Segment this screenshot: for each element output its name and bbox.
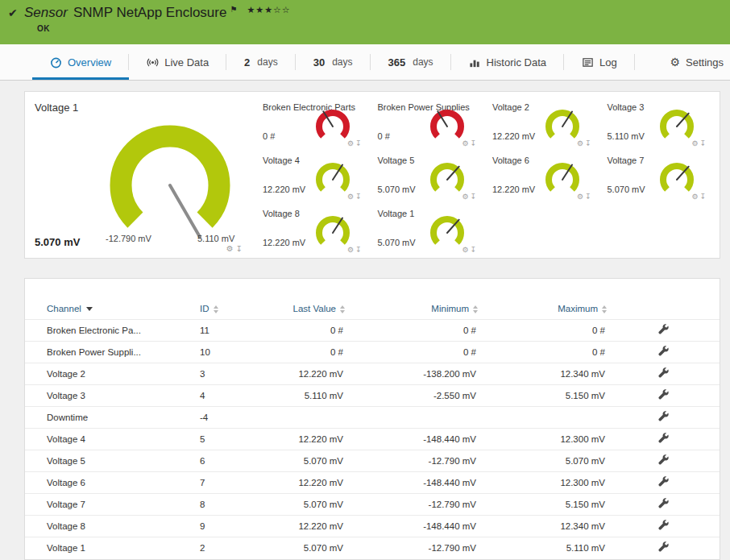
channel-row[interactable]: Voltage 7 8 5.070 mV -12.790 mV 5.150 mV bbox=[25, 493, 720, 515]
cell-channel: Voltage 3 bbox=[25, 384, 200, 406]
col-header-maximum[interactable]: Maximum bbox=[478, 298, 607, 319]
gauge-tile[interactable]: Voltage 3 5.110 mV ⚙↧ bbox=[599, 96, 715, 149]
channel-row[interactable]: Voltage 4 5 12.220 mV -148.440 mV 12.300… bbox=[25, 428, 720, 450]
cell-last-value: 0 # bbox=[280, 341, 345, 363]
channel-row[interactable]: Voltage 1 2 5.070 mV -12.790 mV 5.110 mV bbox=[25, 537, 720, 558]
gauge-gear-icon[interactable]: ⚙ bbox=[462, 246, 470, 254]
gauge-tile[interactable]: Broken Power Supplies 0 # ⚙↧ bbox=[370, 96, 485, 149]
gauge-gear-icon[interactable]: ⚙ bbox=[347, 246, 355, 254]
channel-row[interactable]: Broken Power Suppli... 10 0 # 0 # 0 # bbox=[25, 341, 720, 363]
channel-row[interactable]: Downtime -4 bbox=[25, 406, 720, 428]
gauge-tile[interactable]: Voltage 1 5.070 mV ⚙↧ bbox=[370, 202, 485, 255]
cell-id: 6 bbox=[200, 450, 280, 471]
cell-minimum: -148.440 mV bbox=[345, 515, 478, 537]
gauge-gear-icon[interactable]: ⚙ bbox=[347, 193, 355, 201]
gauge-download-icon[interactable]: ↧ bbox=[470, 139, 478, 147]
gauge-tile[interactable]: Voltage 5 5.070 mV ⚙↧ bbox=[370, 149, 485, 202]
channel-row[interactable]: Voltage 6 7 12.220 mV -148.440 mV 12.300… bbox=[25, 471, 720, 493]
cell-channel: Broken Electronic Pa... bbox=[25, 319, 200, 341]
gauge-gear-icon[interactable]: ⚙ bbox=[577, 193, 585, 201]
cell-minimum: -148.440 mV bbox=[345, 471, 478, 493]
cell-id: 4 bbox=[200, 384, 280, 406]
tab-label: days bbox=[332, 56, 352, 68]
gauge-download-icon[interactable]: ↧ bbox=[585, 139, 593, 147]
col-label: Channel bbox=[47, 304, 81, 313]
channel-settings-icon[interactable] bbox=[658, 498, 669, 508]
gauge-download-icon[interactable]: ↧ bbox=[470, 246, 478, 254]
tab-settings[interactable]: ⚙ Settings bbox=[652, 44, 730, 80]
gauge-value: 5.110 mV bbox=[608, 131, 645, 141]
gauge-download-icon[interactable]: ↧ bbox=[470, 193, 478, 201]
tab-label: Overview bbox=[68, 56, 111, 68]
col-header-channel[interactable]: Channel bbox=[25, 298, 200, 319]
tab-historic-data[interactable]: Historic Data bbox=[451, 44, 564, 80]
tab-365-days[interactable]: 365 days bbox=[371, 44, 451, 80]
cell-last-value bbox=[280, 406, 345, 428]
channel-settings-icon[interactable] bbox=[658, 346, 669, 356]
channel-settings-icon[interactable] bbox=[658, 476, 669, 487]
tab-live-data[interactable]: Live Data bbox=[129, 44, 226, 80]
gauge-download-icon[interactable]: ↧ bbox=[355, 246, 363, 254]
channel-settings-icon[interactable] bbox=[658, 454, 669, 465]
cell-last-value: 5.110 mV bbox=[280, 384, 345, 406]
flag-icon[interactable]: ⚑ bbox=[230, 5, 237, 14]
channel-settings-icon[interactable] bbox=[658, 433, 669, 443]
gauge-tile[interactable]: Broken Electronic Parts 0 # ⚙↧ bbox=[255, 96, 370, 149]
gauge-label: Voltage 5 bbox=[378, 156, 415, 165]
cell-id: 7 bbox=[200, 471, 280, 493]
gauge-tile[interactable]: Voltage 4 12.220 mV ⚙↧ bbox=[255, 149, 370, 202]
tab-label: days bbox=[257, 56, 277, 68]
gauge-gear-icon[interactable]: ⚙ bbox=[691, 139, 699, 147]
channel-settings-icon[interactable] bbox=[658, 541, 669, 552]
tab-overview[interactable]: Overview bbox=[32, 44, 129, 80]
gauge-gear-icon[interactable]: ⚙ bbox=[691, 193, 699, 201]
main-gauge-value: 5.070 mV bbox=[35, 236, 80, 248]
gauge-tile[interactable]: Voltage 6 12.220 mV ⚙↧ bbox=[484, 149, 599, 202]
channel-settings-icon[interactable] bbox=[658, 367, 669, 378]
priority-stars[interactable]: ★★★☆☆ bbox=[247, 5, 290, 15]
cell-minimum: -148.440 mV bbox=[345, 428, 478, 450]
cell-id: 3 bbox=[200, 363, 280, 384]
gauge-download-icon[interactable]: ↧ bbox=[355, 193, 363, 201]
cell-maximum: 12.340 mV bbox=[478, 363, 607, 384]
tab-log[interactable]: Log bbox=[564, 44, 635, 80]
gauge-actions: ⚙↧ bbox=[577, 193, 593, 201]
col-header-minimum[interactable]: Minimum bbox=[345, 298, 478, 319]
gauge-gear-icon[interactable]: ⚙ bbox=[347, 139, 355, 147]
cell-channel: Voltage 5 bbox=[25, 450, 200, 471]
channel-row[interactable]: Voltage 2 3 12.220 mV -138.200 mV 12.340… bbox=[25, 363, 720, 384]
channel-settings-icon[interactable] bbox=[658, 520, 669, 530]
cell-minimum bbox=[345, 406, 478, 428]
gauge-download-icon[interactable]: ↧ bbox=[699, 193, 707, 201]
channel-settings-icon[interactable] bbox=[658, 324, 669, 334]
gauge-download-icon[interactable]: ↧ bbox=[355, 139, 363, 147]
gauge-tile[interactable]: Voltage 7 5.070 mV ⚙↧ bbox=[599, 149, 715, 202]
gauge-tile[interactable]: Voltage 2 12.220 mV ⚙↧ bbox=[484, 96, 599, 149]
gauge-download-icon[interactable]: ↧ bbox=[236, 244, 245, 253]
gauge-gear-icon[interactable]: ⚙ bbox=[577, 139, 585, 147]
tab-bar: Overview Live Data 2 days 30 days 365 da… bbox=[0, 44, 730, 81]
channel-row[interactable]: Voltage 3 4 5.110 mV -2.550 mV 5.150 mV bbox=[25, 384, 720, 406]
gauge-value: 12.220 mV bbox=[492, 131, 535, 141]
cell-id: 2 bbox=[200, 537, 280, 558]
cell-maximum: 0 # bbox=[478, 341, 607, 363]
gauge-gear-icon[interactable]: ⚙ bbox=[226, 244, 236, 253]
channel-row[interactable]: Voltage 8 9 12.220 mV -148.440 mV 12.340… bbox=[25, 515, 720, 537]
cell-maximum: 5.150 mV bbox=[478, 384, 607, 406]
gauge-value: 5.070 mV bbox=[378, 238, 416, 247]
gauge-download-icon[interactable]: ↧ bbox=[585, 193, 593, 201]
col-header-id[interactable]: ID bbox=[200, 298, 280, 319]
tab-2-days[interactable]: 2 days bbox=[226, 44, 296, 80]
channel-row[interactable]: Broken Electronic Pa... 11 0 # 0 # 0 # bbox=[25, 319, 720, 341]
gauge-tile[interactable]: Voltage 8 12.220 mV ⚙↧ bbox=[255, 202, 370, 255]
gauge-gear-icon[interactable]: ⚙ bbox=[462, 193, 470, 201]
channel-settings-icon[interactable] bbox=[658, 389, 669, 400]
tab-label: Live Data bbox=[164, 56, 209, 68]
channel-row[interactable]: Voltage 5 6 5.070 mV -12.790 mV 5.070 mV bbox=[25, 450, 720, 471]
tab-30-days[interactable]: 30 days bbox=[296, 44, 371, 80]
gauge-gear-icon[interactable]: ⚙ bbox=[462, 139, 470, 147]
channel-settings-icon[interactable] bbox=[658, 411, 669, 421]
gauge-download-icon[interactable]: ↧ bbox=[699, 139, 707, 147]
col-header-last-value[interactable]: Last Value bbox=[280, 298, 345, 319]
cell-maximum: 12.300 mV bbox=[478, 471, 607, 493]
